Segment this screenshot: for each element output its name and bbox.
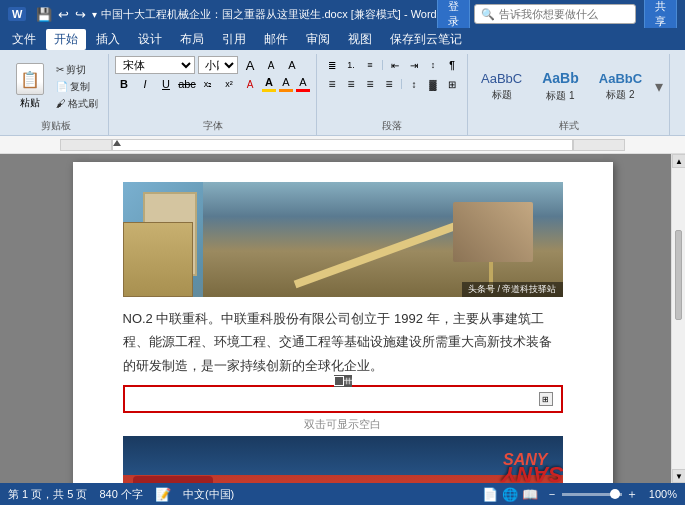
format-painter-label: 格式刷 <box>68 97 98 111</box>
bold-button[interactable]: B <box>115 75 133 93</box>
svg-rect-0 <box>344 378 352 385</box>
border-button[interactable]: ⊞ <box>443 75 461 93</box>
italic-button[interactable]: I <box>136 75 154 93</box>
clipboard-actions: ✂ 剪切 📄 复制 🖌 格式刷 <box>52 56 102 117</box>
superscript-button[interactable]: x² <box>220 75 238 93</box>
scroll-track[interactable] <box>672 168 685 469</box>
styles-label: 样式 <box>474 117 663 133</box>
align-right-button[interactable]: ≡ <box>361 75 379 93</box>
zoom-in-button[interactable]: ＋ <box>626 486 638 503</box>
show-space-hint[interactable]: 双击可显示空白 <box>123 417 563 432</box>
word-icon: W <box>8 7 26 21</box>
main-content: 头条号 / 帝道科技驿站 NO.2 中联重科。中联重科股份有限公司创立于 199… <box>0 136 685 483</box>
search-input[interactable] <box>499 8 629 20</box>
read-view-icon[interactable]: 📖 <box>522 487 538 502</box>
para-separator-1 <box>382 60 383 70</box>
style-heading-2[interactable]: AaBbC 标题 2 <box>592 67 649 107</box>
format-painter-icon: 🖌 <box>56 98 66 109</box>
sany-logo-display: SANY <box>503 451 547 469</box>
print-view-icon[interactable]: 📄 <box>482 487 498 502</box>
justify-button[interactable]: ≡ <box>380 75 398 93</box>
show-hide-button[interactable]: ¶ <box>443 56 461 74</box>
scroll-thumb[interactable] <box>675 230 682 320</box>
font-increase-button[interactable]: A <box>241 56 259 74</box>
align-center-button[interactable]: ≡ <box>342 75 360 93</box>
menu-file[interactable]: 文件 <box>4 29 44 50</box>
menu-review[interactable]: 审阅 <box>298 29 338 50</box>
scroll-up-button[interactable]: ▲ <box>672 154 685 168</box>
style-expand-button[interactable]: ▾ <box>655 77 663 96</box>
window-title: 中国十大工程机械企业：国之重器从这里诞生.docx [兼容模式] - Word <box>101 7 436 22</box>
zoom-out-button[interactable]: － <box>546 486 558 503</box>
clear-format-button[interactable]: A <box>241 75 259 93</box>
ruler <box>0 136 685 154</box>
font-name-select[interactable]: 宋体 <box>115 56 195 74</box>
paste-button[interactable]: 📋 粘贴 <box>10 56 50 117</box>
menu-cloud-save[interactable]: 保存到云笔记 <box>382 29 470 50</box>
ribbon-editing-group: 🔍 编辑 <box>670 54 685 135</box>
underline-button[interactable]: U <box>157 75 175 93</box>
sky-bg <box>203 182 563 297</box>
font-row-2: B I U abc x₂ x² A A A <box>115 75 310 93</box>
table-move-handle[interactable] <box>334 375 352 387</box>
document-page: 头条号 / 帝道科技驿站 NO.2 中联重科。中联重科股份有限公司创立于 199… <box>73 162 613 483</box>
subscript-button[interactable]: x₂ <box>199 75 217 93</box>
top-image: 头条号 / 帝道科技驿站 <box>123 182 563 297</box>
style-heading[interactable]: AaBbC 标题 <box>474 67 529 107</box>
shading-button[interactable]: ▓ <box>424 75 442 93</box>
format-painter-button[interactable]: 🖌 格式刷 <box>52 96 102 112</box>
minimize-button[interactable]: — <box>681 4 685 24</box>
copy-button[interactable]: 📄 复制 <box>52 79 102 95</box>
table-resize-handle[interactable]: ⊞ <box>539 392 553 406</box>
image-caption: 头条号 / 帝道科技驿站 <box>462 282 563 297</box>
save-icon[interactable]: 💾 <box>36 7 52 22</box>
zoom-level[interactable]: 100% <box>642 488 677 500</box>
ribbon-styles-group: AaBbC 标题 AaBb 标题 1 AaBbC 标题 2 ▾ 样式 <box>468 54 670 135</box>
menu-view[interactable]: 视图 <box>340 29 380 50</box>
menu-insert[interactable]: 插入 <box>88 29 128 50</box>
style-heading-1[interactable]: AaBb 标题 1 <box>535 66 586 107</box>
font-color-button[interactable]: A <box>262 76 276 92</box>
strikethrough-button[interactable]: abc <box>178 75 196 93</box>
cut-icon: ✂ <box>56 64 64 75</box>
ruler-ticks <box>113 140 572 150</box>
multilevel-button[interactable]: ≡ <box>361 56 379 74</box>
bullets-button[interactable]: ≣ <box>323 56 341 74</box>
spell-check-icon[interactable]: 📝 <box>155 487 171 502</box>
style-heading2-preview: AaBbC <box>599 71 642 87</box>
menu-layout[interactable]: 布局 <box>172 29 212 50</box>
cut-label: 剪切 <box>66 63 86 77</box>
ribbon-font-group: 宋体 小四 A A A B I U abc x₂ <box>109 54 317 135</box>
highlight-button[interactable]: A <box>279 76 293 92</box>
sort-button[interactable]: ↕ <box>424 56 442 74</box>
search-icon: 🔍 <box>481 8 495 21</box>
font-expand-button[interactable]: A <box>283 56 301 74</box>
indent-increase-button[interactable]: ⇥ <box>405 56 423 74</box>
menu-home[interactable]: 开始 <box>46 29 86 50</box>
menu-design[interactable]: 设计 <box>130 29 170 50</box>
web-view-icon[interactable]: 🌐 <box>502 487 518 502</box>
editing-button[interactable]: 🔍 <box>678 69 685 105</box>
font-size-select[interactable]: 小四 <box>198 56 238 74</box>
indent-decrease-button[interactable]: ⇤ <box>386 56 404 74</box>
zoom-control: － ＋ 100% <box>546 486 677 503</box>
search-area: 🔍 <box>474 4 636 24</box>
zoom-slider[interactable] <box>562 493 622 496</box>
align-left-button[interactable]: ≡ <box>323 75 341 93</box>
quick-access-expand[interactable]: ▾ <box>92 9 97 20</box>
undo-icon[interactable]: ↩ <box>58 7 69 22</box>
redo-icon[interactable]: ↪ <box>75 7 86 22</box>
building-structure <box>123 222 193 297</box>
scroll-down-button[interactable]: ▼ <box>672 469 685 483</box>
font-decrease-button[interactable]: A <box>262 56 280 74</box>
clipboard-content: 📋 粘贴 ✂ 剪切 📄 复制 � <box>10 56 102 117</box>
text-highlight-button[interactable]: A <box>296 76 310 92</box>
table-container[interactable]: ⊞ <box>123 385 563 413</box>
paragraph-label: 段落 <box>323 117 461 133</box>
line-spacing-button[interactable]: ↕ <box>405 75 423 93</box>
menu-references[interactable]: 引用 <box>214 29 254 50</box>
numbering-button[interactable]: 1. <box>342 56 360 74</box>
document-area: 头条号 / 帝道科技驿站 NO.2 中联重科。中联重科股份有限公司创立于 199… <box>0 154 685 483</box>
cut-button[interactable]: ✂ 剪切 <box>52 62 102 78</box>
menu-mailings[interactable]: 邮件 <box>256 29 296 50</box>
